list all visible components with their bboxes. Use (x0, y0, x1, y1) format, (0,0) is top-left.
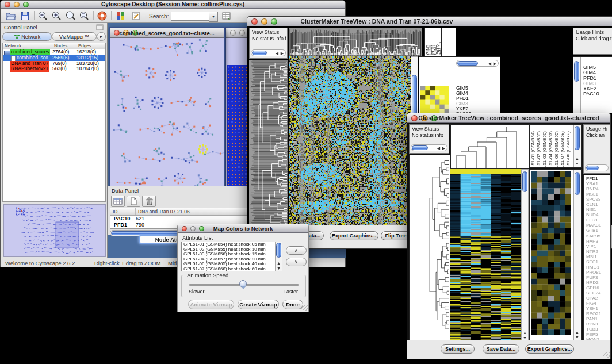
scroll-thumb[interactable] (586, 166, 599, 170)
done-button[interactable]: Done (282, 300, 303, 309)
export-graphics-button[interactable]: Export Graphics... (330, 231, 378, 240)
tv1-zoom-heatmap[interactable] (420, 86, 449, 114)
col-network[interactable]: Network (3, 43, 52, 49)
main-titlebar[interactable]: Cytoscape Desktop (Session Name: collins… (1, 1, 345, 9)
save-icon[interactable] (20, 10, 30, 21)
dialog-titlebar[interactable]: Map Colors to Network (178, 224, 308, 233)
treeview2-titlebar[interactable]: ClusterMaker TreeView : combined_scores_… (407, 113, 610, 123)
tv1-row-dendrogram[interactable] (249, 60, 288, 227)
gene-label: RPN1 (586, 321, 601, 327)
close-icon[interactable] (230, 30, 236, 36)
col-edges[interactable]: Edges (76, 43, 105, 49)
tab-vizmapper[interactable]: VizMapper™ (52, 32, 97, 41)
close-icon[interactable] (411, 115, 418, 121)
minimize-icon[interactable] (421, 115, 427, 121)
save-data-button[interactable]: Save Data... (483, 344, 519, 354)
resize-grip[interactable] (603, 352, 610, 358)
network-name: combined_sco (16, 55, 49, 61)
move-down-button[interactable]: ∨ (286, 258, 307, 266)
view-status-hscrollbar[interactable]: ◀▶ (251, 49, 286, 56)
network-table-row[interactable]: RNAPuberNov2+563(0)107847(0) (3, 66, 105, 72)
zoom-window-icon[interactable] (431, 115, 437, 121)
network-graph-canvas[interactable] (110, 38, 224, 207)
scroll-thumb[interactable] (252, 51, 267, 55)
gene-label: GIM5 (583, 65, 599, 70)
scroll-thumb[interactable] (522, 171, 527, 192)
tv2-column-dendrogram[interactable] (450, 124, 529, 169)
attribute-list[interactable]: GPL51-01 (GSM854) heat shock 05 minGPL51… (181, 242, 282, 271)
close-icon[interactable] (182, 226, 187, 231)
minimize-icon[interactable] (261, 18, 267, 25)
birdseye-view[interactable] (3, 204, 106, 257)
scroll-thumb[interactable] (276, 243, 281, 258)
tv2-zoom-vscrollbar[interactable]: ▲▼ (573, 170, 581, 341)
tv2-zoom-heatmap[interactable] (531, 171, 571, 335)
network-edges: 107847(0) (76, 66, 99, 72)
settings-button[interactable]: Settings... (441, 344, 475, 354)
speed-slider-thumb[interactable] (239, 280, 247, 288)
gene-label: GIM3 (583, 81, 599, 86)
zoom-out-icon[interactable] (37, 10, 48, 21)
search-dropdown-icon[interactable]: ▼ (209, 12, 218, 22)
attribute-list-vscrollbar[interactable]: ▲▼ (275, 242, 282, 271)
network-name: RNAPuberNov2+ (10, 66, 49, 72)
tv2-column-vscrollbar[interactable]: ▲▼ (573, 125, 581, 167)
tv2-heatmap[interactable] (450, 169, 521, 342)
close-icon[interactable] (5, 2, 10, 7)
minimize-icon[interactable] (190, 226, 196, 231)
scroll-thumb[interactable] (457, 61, 478, 66)
tab-network[interactable]: Network (2, 32, 52, 41)
scroll-thumb[interactable] (575, 126, 580, 150)
minimize-icon[interactable] (14, 2, 20, 7)
search-input[interactable] (171, 12, 210, 21)
tv1-zoom-hscrollbar[interactable]: ◀▶ (456, 60, 499, 67)
close-icon[interactable] (251, 18, 258, 25)
tv2-gene-label-panel: PFD1YRA1RNR4MSL1SPC98CLN1NIS1BUD4ELG1MAK… (583, 175, 610, 342)
close-icon[interactable] (114, 30, 120, 36)
scroll-thumb[interactable] (412, 145, 428, 150)
minimize-icon[interactable] (123, 30, 129, 36)
new-attribute-icon[interactable] (127, 196, 140, 207)
gene-label: RNR4 (586, 186, 601, 191)
minimize-icon[interactable] (239, 30, 245, 36)
usage-hints-hscrollbar[interactable] (585, 164, 609, 171)
scroll-thumb[interactable] (574, 61, 579, 82)
attribute-table-icon[interactable] (111, 196, 125, 207)
resize-grip[interactable] (301, 305, 308, 311)
float-panel-icon[interactable] (96, 24, 104, 30)
zoom-window-icon[interactable] (199, 226, 204, 231)
view-status-hscrollbar[interactable]: ◀▶ (411, 144, 447, 151)
zoom-fit-icon[interactable] (79, 10, 90, 21)
create-vizmap-button[interactable]: Create Vizmap (238, 300, 279, 309)
col-id[interactable]: ID (110, 208, 136, 215)
gene-label: YKE2 (456, 106, 471, 112)
export-graphics-button[interactable]: Export Graphics... (525, 344, 574, 354)
network-view-titlebar[interactable]: combined_scores_good.txt--cluste... (110, 28, 224, 38)
network-name: DNA and Tran 07 (10, 61, 49, 67)
birdseye-canvas[interactable] (4, 205, 104, 255)
zoom-window-icon[interactable] (271, 18, 277, 25)
zoom-in-icon[interactable] (51, 10, 62, 21)
zoom-selected-icon[interactable] (65, 10, 76, 21)
scroll-thumb[interactable] (575, 172, 580, 195)
move-up-button[interactable]: ∧ (286, 246, 307, 255)
tab-overflow-button[interactable]: ► (97, 32, 106, 41)
vizmapper-icon[interactable] (115, 10, 126, 21)
treeview1-titlebar[interactable]: ClusterMaker TreeView : DNA and Tran 07-… (247, 17, 612, 26)
annotation-icon[interactable] (131, 10, 141, 21)
zoom-window-icon[interactable] (132, 30, 138, 36)
tv1-heatmap[interactable] (289, 56, 411, 227)
help-ring-icon[interactable] (97, 10, 108, 21)
animate-vizmap-button[interactable]: Animate Vizmap (188, 300, 234, 309)
tv2-heatmap-vscrollbar[interactable]: ▲▼ (521, 169, 529, 342)
delete-attribute-icon[interactable] (142, 196, 156, 207)
zoom-window-icon[interactable] (23, 2, 29, 7)
import-attributes-icon[interactable] (221, 10, 232, 21)
gene-label: HMG1 (586, 265, 601, 270)
attribute-item[interactable]: GPL51-07 (GSM868) heat shock 60 min (182, 267, 282, 271)
tv2-row-dendrogram[interactable] (409, 155, 450, 343)
open-folder-icon[interactable] (5, 10, 16, 21)
tv1-column-dendrogram[interactable] (289, 28, 422, 56)
tv1-gene-vscrollbar[interactable] (573, 57, 581, 113)
col-nodes[interactable]: Nodes (52, 43, 76, 49)
